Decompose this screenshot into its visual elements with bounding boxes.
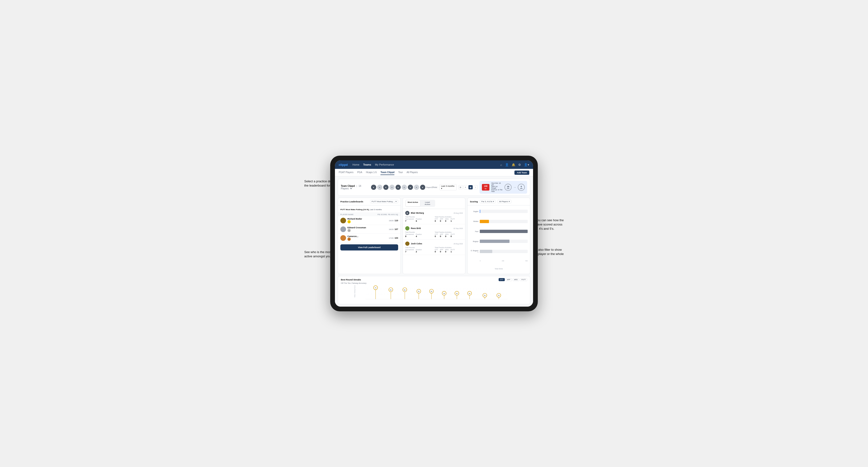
arg-col-2: ARG 0 [445,234,448,238]
subnav-team-clippd[interactable]: Team Clippd [380,170,394,175]
total-practice-group-3: Total Practice Activities OTT 0 APP [435,247,463,253]
view-leaderboard-button[interactable]: View Full Leaderboard [340,244,398,250]
team-right: Show: Last 3 months ▾ ⊞ ≡ ▦ ↕ [432,181,527,194]
player-avg-1: 110 [395,219,398,222]
avatar-icon[interactable]: 👤▾ [524,163,529,166]
grid-view-icon[interactable]: ⊞ [459,185,463,189]
table-row: Edward Crossman 2 18/20 107 [338,225,401,234]
most-active-tab[interactable]: Most Active [406,200,420,206]
player-info-2: Edward Crossman 2 [340,226,388,232]
svg-text:6x: 6x [390,289,392,291]
leaderboard-sub-header: PUTT Must Make Putting (3-6 ft), Last 3 … [338,206,401,213]
least-active-tab[interactable]: Least Active [420,200,435,206]
player-name-wrap-3: Cameron... 3 [347,235,359,241]
activity-avatar-2: R [405,226,409,230]
activity-date-3: 26 Aug 2023 [454,243,463,245]
player-avg-3: 103 [395,237,398,239]
bar-track-eagles: 3 [480,210,528,213]
nav-home[interactable]: Home [352,162,359,167]
bell-icon[interactable]: 🔔 [512,163,516,166]
shot-circles: 16 yds → 0 yds [504,184,525,191]
leaderboard-subtitle: PUTT Must Make Putting (3-6 ft), Last 3 … [340,209,382,211]
bar-row-bogeys: Bogeys 311 [470,240,528,243]
scoring-header: Scoring Par 3, 4 & 5s ▾ All Players ▾ [467,198,530,206]
ott-col-3: OTT 0 [435,249,438,253]
player-badge-bronze-3: 3 [347,238,351,241]
shot-circle-1: 16 yds [504,184,512,191]
avatar-9: ● [420,185,425,190]
filter-ott[interactable]: OTT [499,278,505,281]
bar-track-birdies: 96 [480,220,528,223]
nav-performance[interactable]: My Performance [375,162,394,167]
total-rounds-group-1: Total Rounds Tournament 7 Practice [405,216,433,222]
avatar-8: ● [414,185,419,190]
ott-col-2: OTT 0 [435,234,438,238]
nav-icons: ⌕ 👤 🔔 ⚙ 👤▾ [500,163,529,166]
add-team-button[interactable]: Add Team [515,170,529,175]
app-col-1: APP 0 [440,218,443,222]
activity-player-header-1: B Blair McHarg 26 Aug 2023 [405,211,463,215]
svg-text:6x: 6x [404,289,406,291]
subnav-hcaps[interactable]: Hcaps 1-5 [366,170,377,175]
tournament-col-2: Tournament 8 [405,234,414,238]
player-name-2: Edward Crossman [347,226,366,229]
subnav-tour[interactable]: Tour [398,170,403,175]
nav-teams[interactable]: Teams [363,162,371,167]
activity-toggle: Most Active Least Active [405,200,435,207]
activity-avatar-3: J [405,242,409,246]
settings-icon[interactable]: ⚙ [518,163,521,166]
activity-avatar-1: B [405,211,409,215]
card-view-icon[interactable]: ▦ [468,185,473,189]
bar-row-double: D. Bogeys + 131 [470,250,528,253]
bar-row-pars: Pars 499 [470,230,528,233]
subnav-pgat[interactable]: PGAT Players [339,170,353,175]
subnav-all-players[interactable]: All Players [407,170,418,175]
arg-col-3: ARG 0 [445,249,448,253]
col-avg: PB AVG SQ [388,214,398,215]
arg-col-1: ARG 0 [445,218,448,222]
player-info-1: Richard Butler 1 [340,218,388,223]
activity-stats-3: Total Rounds Tournament 7 Practice [405,247,463,253]
show-period-select[interactable]: Last 3 months ▾ [439,184,457,190]
player-name-1: Richard Butler [347,218,362,220]
player-avatar-3 [340,235,346,241]
player-badge-gold-1: 1 [347,220,351,223]
player-name-wrap-1: Richard Butler 1 [347,218,362,223]
filter-arg[interactable]: ARG [513,278,519,281]
activity-stats-1: Total Rounds Tournament 7 Practice [405,216,463,222]
leaderboard-table-header: PLAYER NAME PB SCORE PB AVG SQ [338,213,401,216]
putt-col-1: PUTT 1 [451,218,455,222]
players-label: Players [426,187,432,188]
list-view-icon[interactable]: ≡ [464,185,468,189]
practice-activity-cols-3: OTT 0 APP 0 ARG [435,249,463,253]
player-name-wrap-2: Edward Crossman 2 [347,226,366,232]
bar-label-eagles: Eagles [470,211,478,212]
sub-nav-links: PGAT Players PGA Hcaps 1-5 Team Clippd T… [339,170,515,175]
team-avatars: ● ● ● ● ● ● ● ● ● Players [371,185,432,190]
scoring-card: Scoring Par 3, 4 & 5s ▾ All Players ▾ [467,198,530,274]
sort-icon[interactable]: ↕ [473,185,478,189]
svg-text:3x: 3x [498,294,500,296]
subnav-pga[interactable]: PGA [357,170,362,175]
filter-app[interactable]: APP [506,278,512,281]
nav-links: Home Teams My Performance [352,162,500,167]
scoring-par-filter[interactable]: Par 3, 4 & 5s ▾ [480,200,496,203]
people-icon[interactable]: 👤 [505,163,509,166]
tournament-col-3: Tournament 7 [405,249,414,253]
practice-col-1: Practice 6 [416,218,422,222]
avatar-5: ● [396,185,401,190]
bar-fill-pars [480,230,527,233]
leaderboard-dropdown[interactable]: PUTT Must Make Putting ... ▾ [370,200,398,203]
nav-bar: clippd Home Teams My Performance ⌕ 👤 🔔 ⚙… [335,160,533,169]
search-icon[interactable]: ⌕ [500,163,502,166]
svg-text:Holes, Fairway Accuracy: Holes, Fairway Accuracy [354,285,355,298]
svg-text:5x: 5x [431,290,433,292]
scoring-player-filter[interactable]: All Players ▾ [497,200,512,203]
activity-player-name-1: B Blair McHarg [405,211,424,215]
bar-value-pars: 499 [530,231,530,232]
filter-putt[interactable]: PUTT [520,278,527,281]
scoring-title: Scoring [470,200,478,203]
show-label: Show: [432,186,437,188]
practice-activity-cols-1: OTT 0 APP 0 ARG [435,218,463,222]
avatar-1: ● [371,185,376,190]
